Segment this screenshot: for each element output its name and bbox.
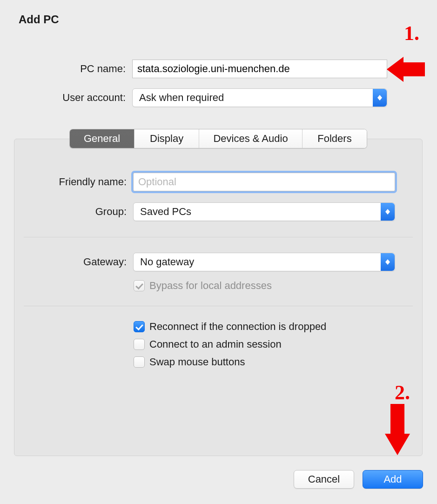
user-account-value: Ask when required <box>139 92 224 104</box>
group-value: Saved PCs <box>140 206 191 218</box>
arrow-down-icon <box>385 404 410 455</box>
annotation-1: 1. <box>404 21 419 45</box>
gateway-select[interactable]: No gateway <box>133 253 395 271</box>
tab-display[interactable]: Display <box>134 129 199 148</box>
cancel-button[interactable]: Cancel <box>294 470 354 489</box>
admin-session-checkbox[interactable] <box>134 339 145 350</box>
admin-session-label: Connect to an admin session <box>149 338 282 350</box>
gateway-value: No gateway <box>140 256 194 268</box>
tab-devices-audio[interactable]: Devices & Audio <box>199 129 303 148</box>
dialog-title: Add PC <box>19 13 59 26</box>
chevron-up-down-icon <box>381 203 395 221</box>
annotation-2: 2. <box>395 381 410 404</box>
divider <box>24 237 413 237</box>
group-select[interactable]: Saved PCs <box>133 202 395 221</box>
friendly-name-label: Friendly name: <box>24 176 133 188</box>
friendly-name-input[interactable] <box>133 173 395 191</box>
user-account-select[interactable]: Ask when required <box>132 88 387 107</box>
divider <box>24 306 413 306</box>
group-label: Group: <box>24 206 133 218</box>
svg-marker-5 <box>385 262 390 265</box>
reconnect-label: Reconnect if the connection is dropped <box>149 321 326 333</box>
reconnect-checkbox[interactable] <box>134 321 145 332</box>
svg-marker-7 <box>385 404 410 455</box>
chevron-up-down-icon <box>381 253 395 271</box>
add-button[interactable]: Add <box>363 470 423 489</box>
svg-marker-6 <box>387 57 425 82</box>
svg-marker-3 <box>385 212 390 215</box>
settings-panel: General Display Devices & Audio Folders … <box>14 139 423 456</box>
bypass-checkbox <box>134 280 145 291</box>
gateway-label: Gateway: <box>24 256 133 268</box>
bypass-label: Bypass for local addresses <box>149 280 272 292</box>
svg-marker-1 <box>377 98 382 101</box>
chevron-up-down-icon <box>373 89 387 107</box>
swap-mouse-label: Swap mouse buttons <box>149 356 245 368</box>
tab-general[interactable]: General <box>70 129 134 148</box>
arrow-right-icon <box>387 57 425 82</box>
tab-folders[interactable]: Folders <box>303 129 367 148</box>
swap-mouse-checkbox[interactable] <box>134 356 145 368</box>
pc-name-label: PC name: <box>11 63 132 75</box>
user-account-label: User account: <box>11 92 132 104</box>
settings-tabs: General Display Devices & Audio Folders <box>69 129 367 148</box>
pc-name-input[interactable] <box>132 60 387 78</box>
